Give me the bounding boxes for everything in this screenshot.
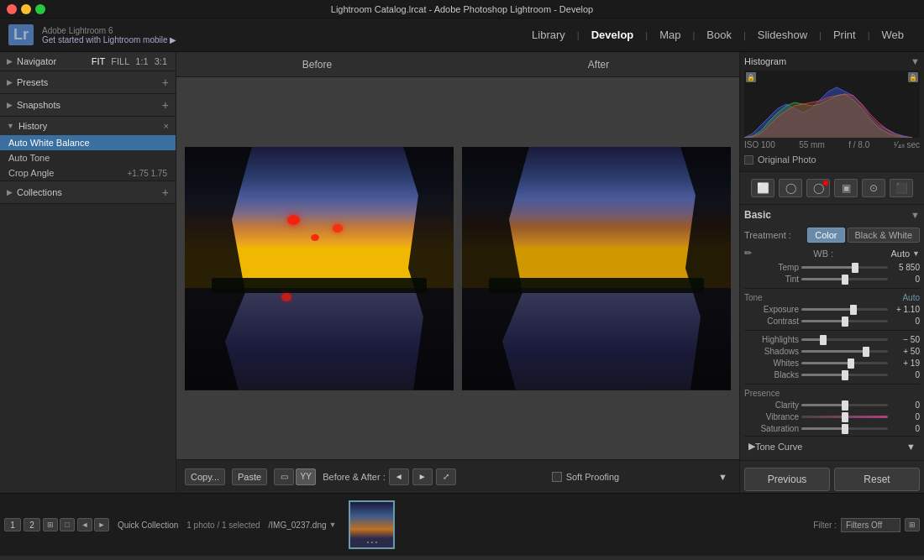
file-path-dropdown[interactable]: ▼ bbox=[329, 521, 337, 529]
nav-library[interactable]: Library bbox=[520, 29, 577, 41]
nav-prev-icon[interactable]: ◄ bbox=[77, 518, 92, 531]
whites-slider-row: Whites + 19 bbox=[744, 359, 920, 368]
exposure-slider[interactable] bbox=[801, 308, 888, 311]
black-white-button[interactable]: Black & White bbox=[848, 228, 920, 243]
lr-logo: Lr bbox=[8, 24, 34, 45]
basic-menu[interactable]: ▼ bbox=[911, 210, 920, 220]
temp-slider[interactable] bbox=[801, 266, 888, 269]
navigator-header[interactable]: ▶ Navigator FIT FILL 1:1 3:1 bbox=[0, 52, 176, 71]
history-item-crop-angle[interactable]: Crop Angle +1.75 1.75 bbox=[0, 165, 176, 181]
crop-icon[interactable]: ⬜ bbox=[751, 179, 774, 197]
brush-icon[interactable]: ⬛ bbox=[890, 179, 913, 197]
tint-slider[interactable] bbox=[801, 278, 888, 280]
vibrance-thumb[interactable] bbox=[842, 412, 848, 422]
history-item-auto-white-balance[interactable]: Auto White Balance bbox=[0, 135, 176, 150]
close-button[interactable] bbox=[7, 4, 17, 14]
zoom-fit[interactable]: FIT bbox=[90, 56, 108, 66]
collection-label[interactable]: Quick Collection bbox=[118, 521, 178, 530]
collections-header[interactable]: ▶ Collections + bbox=[0, 181, 176, 203]
radial-filter-icon[interactable]: ⊙ bbox=[862, 179, 885, 197]
minimize-button[interactable] bbox=[21, 4, 31, 14]
reset-button[interactable]: Reset bbox=[834, 468, 920, 491]
highlights-slider[interactable] bbox=[801, 338, 888, 341]
blacks-thumb[interactable] bbox=[842, 370, 848, 380]
vibrance-slider[interactable] bbox=[801, 416, 888, 418]
copy-button[interactable]: Copy... bbox=[185, 468, 225, 485]
saturation-fill bbox=[801, 427, 845, 430]
navigator-title: Navigator bbox=[17, 56, 90, 66]
nav-web[interactable]: Web bbox=[870, 29, 916, 41]
histogram-menu-icon[interactable]: ▼ bbox=[911, 56, 920, 66]
eyedropper-icon[interactable]: ✏ bbox=[744, 248, 752, 259]
contrast-label: Contrast bbox=[744, 317, 799, 326]
file-path[interactable]: /IMG_0237.dng ▼ bbox=[269, 521, 337, 530]
history-item-values: +1.75 1.75 bbox=[127, 169, 167, 178]
highlights-thumb[interactable] bbox=[820, 335, 827, 345]
zoom-3-1[interactable]: 3:1 bbox=[153, 56, 169, 66]
tone-auto-button[interactable]: Auto bbox=[902, 293, 920, 302]
history-close-button[interactable]: × bbox=[164, 121, 169, 131]
ba-expand-button[interactable]: ⤢ bbox=[436, 468, 456, 485]
saturation-thumb[interactable] bbox=[842, 424, 848, 434]
zoom-1-1[interactable]: 1:1 bbox=[134, 56, 150, 66]
redeye-icon[interactable]: ◯ bbox=[806, 179, 830, 197]
ba-prev-button[interactable]: ◄ bbox=[389, 468, 409, 485]
filter-dropdown[interactable]: Filters Off bbox=[841, 518, 900, 532]
nav-next-icon[interactable]: ► bbox=[94, 518, 109, 531]
loupe-view-icon[interactable]: □ bbox=[60, 518, 75, 531]
nav-map[interactable]: Map bbox=[648, 29, 692, 41]
nav-book[interactable]: Book bbox=[695, 29, 743, 41]
collections-add-button[interactable]: + bbox=[162, 186, 169, 199]
snapshots-add-button[interactable]: + bbox=[162, 98, 169, 112]
saturation-slider[interactable] bbox=[801, 427, 888, 430]
view-mode-split[interactable]: YY bbox=[296, 468, 316, 485]
history-header[interactable]: ▼ History × bbox=[0, 117, 176, 135]
ba-next-button[interactable]: ► bbox=[412, 468, 433, 485]
before-photo[interactable] bbox=[185, 147, 454, 390]
exposure-thumb[interactable] bbox=[850, 305, 857, 315]
graduated-filter-icon[interactable]: ▣ bbox=[834, 179, 858, 197]
page-1-button[interactable]: 1 bbox=[4, 518, 21, 531]
shadows-slider[interactable] bbox=[801, 350, 888, 353]
soft-proof-checkbox[interactable] bbox=[552, 472, 562, 482]
clarity-thumb[interactable] bbox=[842, 400, 848, 411]
filter-expand-icon[interactable]: ⊞ bbox=[905, 518, 920, 531]
temp-thumb[interactable] bbox=[852, 263, 858, 273]
previous-button[interactable]: Previous bbox=[744, 468, 830, 491]
clarity-slider[interactable] bbox=[801, 404, 888, 406]
filmstrip-thumbnail[interactable]: • • • bbox=[349, 500, 395, 549]
nav-slideshow[interactable]: Slideshow bbox=[746, 29, 819, 41]
mobile-link[interactable]: Get started with Lightroom mobile ▶ bbox=[42, 35, 176, 44]
contrast-slider[interactable] bbox=[801, 320, 888, 322]
view-mode-single[interactable]: ▭ bbox=[274, 468, 294, 485]
color-button[interactable]: Color bbox=[807, 228, 844, 243]
original-photo-checkbox[interactable] bbox=[744, 155, 753, 165]
after-photo[interactable] bbox=[462, 147, 731, 390]
spot-removal-icon[interactable]: ◯ bbox=[779, 179, 802, 197]
nav-print[interactable]: Print bbox=[822, 29, 868, 41]
blacks-slider[interactable] bbox=[801, 374, 888, 376]
tint-thumb[interactable] bbox=[842, 275, 848, 285]
soft-proof-label: Soft Proofing bbox=[566, 472, 620, 482]
window-controls[interactable] bbox=[7, 4, 45, 14]
whites-thumb[interactable] bbox=[848, 359, 854, 369]
zoom-fill[interactable]: FILL bbox=[109, 56, 131, 66]
wb-row: ✏ WB : Auto ▼ bbox=[744, 248, 920, 259]
wb-dropdown[interactable]: Auto ▼ bbox=[890, 249, 920, 259]
whites-slider[interactable] bbox=[801, 362, 888, 364]
grid-view-icon[interactable]: ⊞ bbox=[43, 518, 58, 531]
page-2-button[interactable]: 2 bbox=[24, 518, 40, 531]
tone-curve-link[interactable]: ▶ Tone Curve ▼ bbox=[744, 436, 920, 456]
presets-header[interactable]: ▶ Presets + bbox=[0, 71, 176, 93]
contrast-thumb[interactable] bbox=[842, 317, 848, 327]
histogram-lock-right[interactable]: 🔒 bbox=[908, 72, 918, 82]
history-item-auto-tone[interactable]: Auto Tone bbox=[0, 150, 176, 165]
histogram-lock-left[interactable]: 🔒 bbox=[746, 72, 756, 82]
presets-add-button[interactable]: + bbox=[162, 76, 169, 89]
snapshots-header[interactable]: ▶ Snapshots + bbox=[0, 94, 176, 116]
maximize-button[interactable] bbox=[35, 4, 45, 14]
toolbar-collapse-right[interactable]: ▼ bbox=[715, 470, 731, 484]
paste-button[interactable]: Paste bbox=[232, 468, 267, 485]
nav-develop[interactable]: Develop bbox=[580, 29, 646, 41]
shadows-thumb[interactable] bbox=[863, 347, 869, 357]
